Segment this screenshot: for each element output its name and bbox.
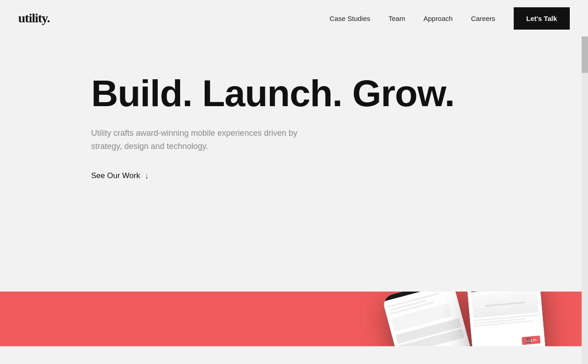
nav-careers[interactable]: Careers	[471, 15, 495, 22]
hero-section: Build. Launch. Grow. Utility crafts awar…	[0, 36, 588, 292]
red-section: Log In	[0, 292, 588, 346]
nav: Case Studies Team Approach Careers Let's…	[330, 7, 570, 30]
hero-subtext-line1: Utility crafts award-winning mobile expe…	[91, 128, 297, 138]
see-our-work-label: See Our Work	[91, 171, 140, 180]
see-our-work-link[interactable]: See Our Work ↓	[91, 171, 570, 181]
header: utility. Case Studies Team Approach Care…	[0, 0, 588, 36]
nav-case-studies[interactable]: Case Studies	[330, 15, 370, 22]
nav-team[interactable]: Team	[388, 15, 405, 22]
phone-mockup-right: Log In	[466, 292, 546, 346]
nav-approach[interactable]: Approach	[423, 15, 453, 22]
arrow-down-icon: ↓	[144, 171, 149, 181]
phone-mockup-container: Log In	[387, 292, 542, 346]
hero-subtext: Utility crafts award-winning mobile expe…	[91, 127, 319, 153]
logo[interactable]: utility.	[18, 11, 50, 26]
scrollbar[interactable]	[582, 0, 588, 346]
hero-headline: Build. Launch. Grow.	[91, 73, 570, 114]
phone-mockup-left	[382, 292, 473, 346]
phone-screen-left	[383, 292, 474, 346]
phone-screen-right: Log In	[467, 292, 546, 346]
hero-subtext-line2: strategy, design and technology.	[91, 142, 208, 151]
lets-talk-button[interactable]: Let's Talk	[514, 7, 570, 30]
